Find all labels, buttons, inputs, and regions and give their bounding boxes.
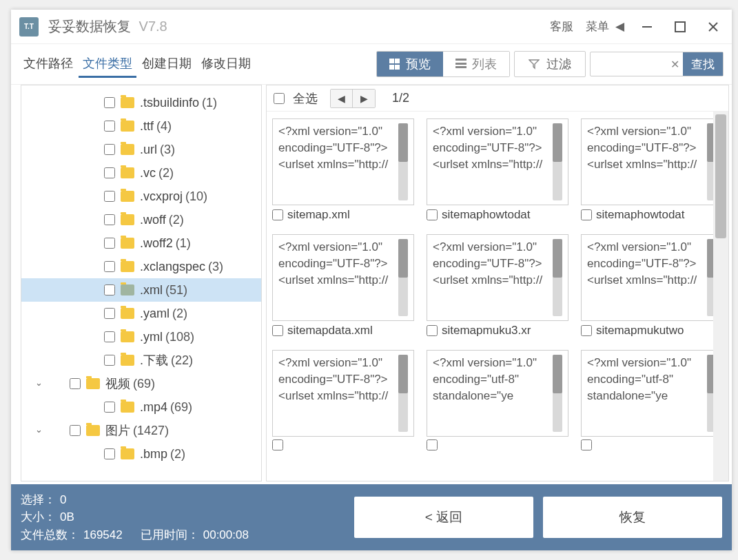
- search-button[interactable]: 查找: [683, 52, 723, 76]
- minimize-button[interactable]: [637, 17, 657, 37]
- preview-card[interactable]: <?xml version="1.0" encoding="UTF-8"?><u…: [581, 234, 723, 338]
- preview-thumb[interactable]: <?xml version="1.0" encoding="UTF-8"?><u…: [427, 118, 568, 205]
- tree-item-checkbox[interactable]: [104, 402, 115, 413]
- preview-card[interactable]: <?xml version="1.0" encoding="UTF-8"?><u…: [272, 118, 414, 222]
- thumb-scrollbar[interactable]: [398, 123, 408, 200]
- chevron-down-icon[interactable]: ⌄: [35, 377, 43, 388]
- card-checkbox[interactable]: [272, 325, 283, 336]
- chevron-down-icon[interactable]: ⌄: [35, 424, 43, 435]
- preview-thumb[interactable]: <?xml version="1.0" encoding="UTF-8"?><u…: [272, 118, 414, 205]
- tree-item[interactable]: .woff (2): [21, 208, 261, 231]
- tree-item[interactable]: .vc (2): [21, 161, 261, 185]
- tree-item[interactable]: .bmp (2): [21, 442, 261, 466]
- preview-card[interactable]: <?xml version="1.0" encoding="UTF-8"?><u…: [581, 118, 723, 222]
- tree-item-checkbox[interactable]: [104, 284, 115, 295]
- folder-icon: [121, 331, 134, 342]
- thumb-scrollbar[interactable]: [398, 355, 408, 432]
- preview-thumb[interactable]: <?xml version="1.0" encoding="UTF-8"?><u…: [272, 234, 414, 321]
- preview-thumb[interactable]: <?xml version="1.0" encoding="UTF-8"?><u…: [427, 234, 568, 321]
- clear-search-icon[interactable]: ✕: [666, 58, 683, 71]
- folder-icon: [121, 121, 134, 132]
- tab-file-type[interactable]: 文件类型: [79, 51, 136, 78]
- back-button[interactable]: < 返回: [354, 497, 533, 538]
- card-checkbox[interactable]: [272, 439, 283, 450]
- app-name: 妥妥数据恢复: [48, 19, 131, 34]
- toolbar: 文件路径 文件类型 创建日期 修改日期 预览 列表 过滤 ✕ 查找: [11, 44, 732, 84]
- tree-item-checkbox[interactable]: [70, 378, 81, 389]
- tree-item-checkbox[interactable]: [104, 261, 115, 272]
- grid-scrollbar[interactable]: [713, 112, 728, 481]
- tree-item-checkbox[interactable]: [104, 238, 115, 249]
- tab-modified-date[interactable]: 修改日期: [197, 51, 255, 78]
- tree-item[interactable]: .xml (51): [21, 278, 261, 302]
- tree-item-checkbox[interactable]: [104, 191, 115, 202]
- tree-item-checkbox[interactable]: [104, 121, 115, 132]
- tree-item[interactable]: .vcxproj (10): [21, 185, 261, 208]
- card-filename: sitemapmuku3.xr: [442, 324, 531, 338]
- card-checkbox[interactable]: [581, 209, 592, 220]
- tree-item-checkbox[interactable]: [70, 425, 81, 436]
- file-type-tree[interactable]: .tsbuildinfo (1).ttf (4).url (3).vc (2).…: [21, 85, 262, 481]
- prev-page-button[interactable]: ◀: [331, 90, 353, 107]
- tree-item[interactable]: .xclangspec (3): [21, 255, 261, 278]
- preview-thumb[interactable]: <?xml version="1.0" encoding="UTF-8"?><u…: [272, 350, 414, 437]
- select-all-label: 全选: [293, 90, 318, 107]
- preview-thumb[interactable]: <?xml version="1.0" encoding="UTF-8"?><u…: [581, 118, 723, 205]
- preview-grid-wrap[interactable]: <?xml version="1.0" encoding="UTF-8"?><u…: [267, 112, 728, 481]
- preview-card[interactable]: <?xml version="1.0" encoding="UTF-8"?><u…: [272, 350, 414, 450]
- thumb-scrollbar[interactable]: [553, 123, 562, 200]
- card-checkbox[interactable]: [427, 209, 438, 220]
- tree-item-checkbox[interactable]: [104, 97, 115, 108]
- menu-link[interactable]: 菜单 ◀: [586, 19, 624, 34]
- close-button[interactable]: [703, 17, 724, 37]
- preview-card[interactable]: <?xml version="1.0" encoding="utf-8" sta…: [427, 350, 568, 450]
- thumb-scrollbar[interactable]: [398, 239, 408, 316]
- tree-item[interactable]: .ttf (4): [21, 114, 261, 138]
- recover-button[interactable]: 恢复: [543, 497, 722, 538]
- card-checkbox[interactable]: [581, 439, 592, 450]
- card-checkbox[interactable]: [581, 325, 592, 336]
- tree-item-checkbox[interactable]: [104, 144, 115, 155]
- tab-file-path[interactable]: 文件路径: [19, 51, 77, 78]
- tree-item[interactable]: .url (3): [21, 138, 261, 161]
- folder-icon: [121, 144, 134, 155]
- preview-thumb[interactable]: <?xml version="1.0" encoding="UTF-8"?><u…: [581, 234, 723, 321]
- view-preview-button[interactable]: 预览: [377, 52, 443, 76]
- card-checkbox[interactable]: [427, 439, 438, 450]
- maximize-button[interactable]: [670, 17, 690, 37]
- tree-item-checkbox[interactable]: [104, 448, 115, 459]
- search-input[interactable]: [591, 58, 666, 70]
- tree-item[interactable]: .下载 (22): [21, 349, 261, 372]
- filter-button[interactable]: 过滤: [514, 51, 586, 77]
- next-page-button[interactable]: ▶: [353, 90, 375, 107]
- preview-card[interactable]: <?xml version="1.0" encoding="UTF-8"?><u…: [427, 118, 568, 222]
- preview-thumb[interactable]: <?xml version="1.0" encoding="utf-8" sta…: [427, 350, 568, 437]
- select-all-checkbox[interactable]: [274, 93, 285, 104]
- preview-card[interactable]: <?xml version="1.0" encoding="utf-8" sta…: [581, 350, 723, 450]
- tree-item-checkbox[interactable]: [104, 331, 115, 342]
- tree-item[interactable]: ⌄视频 (69): [21, 372, 261, 395]
- tree-item[interactable]: .tsbuildinfo (1): [21, 91, 261, 114]
- card-checkbox[interactable]: [272, 209, 283, 220]
- tab-created-date[interactable]: 创建日期: [138, 51, 196, 78]
- thumb-scrollbar[interactable]: [553, 239, 562, 316]
- support-link[interactable]: 客服: [550, 19, 573, 34]
- tree-item[interactable]: .yml (108): [21, 325, 261, 349]
- preview-thumb[interactable]: <?xml version="1.0" encoding="utf-8" sta…: [581, 350, 723, 437]
- preview-content: <?xml version="1.0" encoding="utf-8" sta…: [433, 355, 550, 432]
- preview-card[interactable]: <?xml version="1.0" encoding="UTF-8"?><u…: [427, 234, 568, 338]
- tree-item[interactable]: .woff2 (1): [21, 231, 261, 255]
- preview-content: <?xml version="1.0" encoding="UTF-8"?><u…: [278, 239, 396, 316]
- view-list-button[interactable]: 列表: [443, 52, 509, 76]
- card-filename: sitemaphowtodat: [596, 208, 685, 222]
- tree-item[interactable]: .yaml (2): [21, 302, 261, 325]
- tree-item-checkbox[interactable]: [104, 214, 115, 225]
- preview-card[interactable]: <?xml version="1.0" encoding="UTF-8"?><u…: [272, 234, 414, 338]
- tree-item[interactable]: ⌄图片 (1427): [21, 419, 261, 442]
- thumb-scrollbar[interactable]: [553, 355, 562, 432]
- tree-item-checkbox[interactable]: [104, 308, 115, 319]
- tree-item-checkbox[interactable]: [104, 355, 115, 366]
- tree-item[interactable]: .mp4 (69): [21, 395, 261, 419]
- card-checkbox[interactable]: [427, 325, 438, 336]
- tree-item-checkbox[interactable]: [104, 167, 115, 178]
